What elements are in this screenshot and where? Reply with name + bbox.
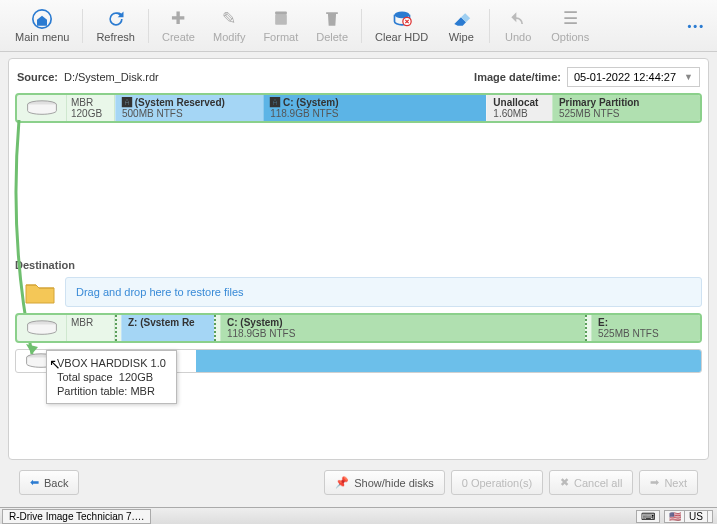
- options-button[interactable]: ☰ Options: [543, 7, 597, 45]
- source-path: D:/System_Disk.rdr: [64, 71, 159, 83]
- source-disk-scheme: MBR: [71, 97, 110, 108]
- operations-button[interactable]: 0 Operation(s): [451, 470, 543, 495]
- plus-icon: ✚: [168, 9, 188, 29]
- partition-name: E:: [598, 317, 694, 328]
- arrow-right-icon: ➡: [650, 476, 659, 489]
- drop-row: Drag and drop here to restore files: [15, 277, 702, 307]
- format-label: Format: [263, 31, 298, 43]
- undo-button[interactable]: Undo: [495, 7, 541, 45]
- partition-detail: 500MB NTFS: [122, 108, 257, 119]
- format-icon: [271, 9, 291, 29]
- format-button[interactable]: Format: [255, 7, 306, 45]
- source-disk-bar[interactable]: MBR 120GB 🅰 (System Reserved)500MB NTFS🅰…: [15, 93, 702, 123]
- partition-name: 🅰 (System Reserved): [122, 97, 257, 108]
- partition-block[interactable]: Unallocat1.60MB: [486, 95, 552, 121]
- image-datetime-select[interactable]: 05-01-2022 12:44:27 ▼: [567, 67, 700, 87]
- delete-button[interactable]: Delete: [308, 7, 356, 45]
- separator: [489, 9, 490, 43]
- modify-button[interactable]: ✎ Modify: [205, 7, 253, 45]
- source-row: Source: D:/System_Disk.rdr Image date/ti…: [15, 65, 702, 93]
- taskbar-app[interactable]: R-Drive Image Technician 7.…: [2, 509, 151, 524]
- home-icon: [32, 9, 52, 29]
- partition-block[interactable]: 🅰 (System Reserved)500MB NTFS: [115, 95, 263, 121]
- main-menu-button[interactable]: Main menu: [7, 7, 77, 45]
- source-disk-meta: MBR 120GB: [67, 95, 115, 121]
- separator: [148, 9, 149, 43]
- language-indicator[interactable]: 🇺🇸 US: [664, 510, 713, 523]
- keyboard-icon[interactable]: ⌨: [636, 510, 660, 523]
- partition-name: 🅰 C: (System): [270, 97, 480, 108]
- close-icon: ✖: [560, 476, 569, 489]
- partition-block[interactable]: Z: (Svstem Re: [121, 315, 214, 341]
- wipe-button[interactable]: Wipe: [438, 7, 484, 45]
- create-label: Create: [162, 31, 195, 43]
- more-button[interactable]: •••: [681, 14, 711, 38]
- partition-block[interactable]: Primary Partition525MB NTFS: [552, 95, 700, 121]
- partition-detail: 525MB NTFS: [598, 328, 694, 339]
- destination-disk-bar[interactable]: MBR Z: (Svstem ReC: (System)118.9GB NTFS…: [15, 313, 702, 343]
- partition-detail: 118.9GB NTFS: [270, 108, 480, 119]
- main-menu-label: Main menu: [15, 31, 69, 43]
- trash-icon: [322, 9, 342, 29]
- show-hide-label: Show/hide disks: [354, 477, 434, 489]
- image-datetime-label: Image date/time:: [474, 71, 561, 83]
- show-hide-disks-button[interactable]: 📌 Show/hide disks: [324, 470, 445, 495]
- partition-detail: 118.9GB NTFS: [227, 328, 579, 339]
- main-toolbar: Main menu Refresh ✚ Create ✎ Modify Form…: [0, 0, 717, 52]
- source-disk-size: 120GB: [71, 108, 110, 119]
- chevron-down-icon: ▼: [684, 72, 693, 82]
- pin-icon: 📌: [335, 476, 349, 489]
- separator: [82, 9, 83, 43]
- partition-name: C: (System): [227, 317, 579, 328]
- tooltip-pt-value: MBR: [130, 385, 154, 397]
- eraser-icon: [451, 9, 471, 29]
- partition-name: Z: (Svstem Re: [128, 317, 208, 328]
- partition-detail: 1.60MB: [493, 108, 546, 119]
- cancel-all-label: Cancel all: [574, 477, 622, 489]
- destination-label: Destination: [15, 259, 702, 271]
- clear-hdd-icon: [392, 9, 412, 29]
- image-datetime-value: 05-01-2022 12:44:27: [574, 71, 676, 83]
- partition-block[interactable]: C: (System)118.9GB NTFS: [220, 315, 585, 341]
- back-label: Back: [44, 477, 68, 489]
- operations-label: 0 Operation(s): [462, 477, 532, 489]
- modify-label: Modify: [213, 31, 245, 43]
- footer-bar: ⬅ Back 📌 Show/hide disks 0 Operation(s) …: [8, 466, 709, 499]
- options-label: Options: [551, 31, 589, 43]
- refresh-icon: [106, 9, 126, 29]
- cancel-all-button[interactable]: ✖ Cancel all: [549, 470, 633, 495]
- disk-icon: [17, 95, 67, 121]
- partition-name: Unallocat: [493, 97, 546, 108]
- dest-disk-scheme: MBR: [71, 317, 110, 328]
- tooltip-total-value: 120GB: [119, 371, 153, 383]
- partition-block[interactable]: 🅰 C: (System)118.9GB NTFS: [263, 95, 486, 121]
- create-button[interactable]: ✚ Create: [154, 7, 203, 45]
- next-label: Next: [664, 477, 687, 489]
- undo-label: Undo: [505, 31, 531, 43]
- drop-zone[interactable]: Drag and drop here to restore files: [65, 277, 702, 307]
- tooltip-pt-label: Partition table:: [57, 385, 127, 397]
- tooltip-title: VBOX HARDDISK 1.0: [57, 357, 166, 369]
- partition-block[interactable]: E:525MB NTFS: [591, 315, 700, 341]
- next-button[interactable]: ➡ Next: [639, 470, 698, 495]
- back-button[interactable]: ⬅ Back: [19, 470, 79, 495]
- partition-block[interactable]: [196, 350, 701, 372]
- clear-hdd-button[interactable]: Clear HDD: [367, 7, 436, 45]
- wipe-label: Wipe: [449, 31, 474, 43]
- tooltip-total-label: Total space: [57, 371, 113, 383]
- folder-icon: [15, 279, 65, 305]
- delete-label: Delete: [316, 31, 348, 43]
- refresh-label: Refresh: [96, 31, 135, 43]
- clear-hdd-label: Clear HDD: [375, 31, 428, 43]
- refresh-button[interactable]: Refresh: [88, 7, 143, 45]
- disk-icon: [17, 315, 67, 341]
- separator: [361, 9, 362, 43]
- source-label: Source:: [17, 71, 58, 83]
- pencil-icon: ✎: [219, 9, 239, 29]
- menu-icon: ☰: [560, 9, 580, 29]
- svg-rect-2: [275, 11, 287, 14]
- dest-disk-meta: MBR: [67, 315, 115, 341]
- svg-rect-1: [275, 14, 287, 24]
- arrow-left-icon: ⬅: [30, 476, 39, 489]
- disk-tooltip: VBOX HARDDISK 1.0 Total space 120GB Part…: [46, 350, 177, 404]
